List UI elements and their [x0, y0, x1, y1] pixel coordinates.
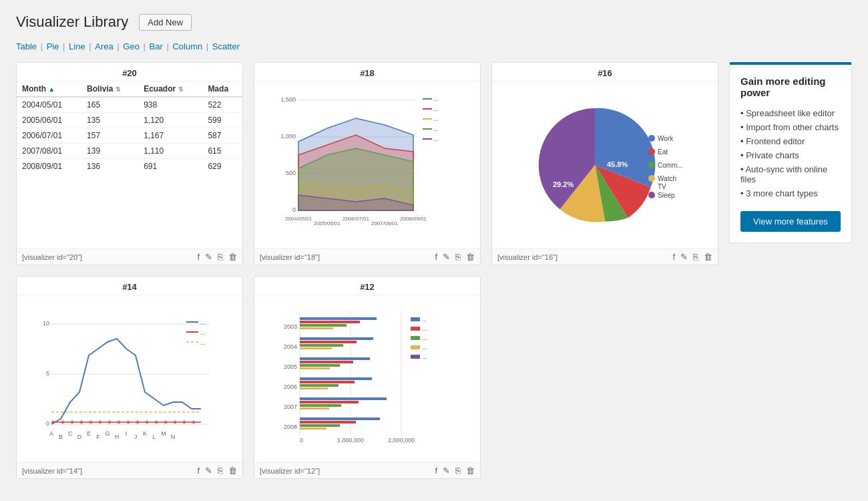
svg-text:...: ...	[433, 96, 439, 102]
svg-rect-122	[411, 327, 420, 331]
filter-nav-bar[interactable]: Bar	[150, 41, 163, 51]
promo-feature-item: 3 more chart types	[740, 186, 841, 200]
charts-grid: #20 Month ▲ Bolivia ⇅ Ecuador ⇅ Mada 200…	[16, 62, 852, 479]
chart-card-20: #20 Month ▲ Bolivia ⇅ Ecuador ⇅ Mada 200…	[16, 62, 243, 265]
chart-icon-edit-14[interactable]: ✎	[205, 466, 212, 476]
filter-nav-area[interactable]: Area	[95, 41, 113, 51]
svg-text:F: F	[96, 434, 100, 440]
view-more-button[interactable]: View more features	[740, 211, 841, 232]
svg-point-30	[648, 135, 655, 142]
chart-card-14: #14 10 5 0	[16, 276, 243, 479]
chart-icon-delete-18[interactable]: 🗑	[466, 252, 475, 262]
svg-rect-120	[411, 317, 420, 321]
svg-rect-124	[411, 336, 420, 340]
svg-rect-102	[300, 344, 343, 347]
svg-point-39	[648, 192, 655, 198]
promo-feature-item: Import from other charts	[740, 120, 841, 134]
filter-nav-column[interactable]: Column	[172, 41, 202, 51]
filter-nav-pie[interactable]: Pie	[47, 41, 59, 51]
svg-text:...: ...	[433, 126, 439, 132]
svg-marker-59	[164, 420, 168, 424]
chart-icon-copy-18[interactable]: ⎘	[455, 252, 461, 262]
col-month[interactable]: Month ▲	[17, 81, 81, 97]
filter-separator: |	[87, 41, 94, 51]
svg-text:500: 500	[286, 170, 296, 176]
svg-rect-18	[423, 98, 432, 100]
svg-text:1,000: 1,000	[280, 133, 296, 140]
chart-icon-copy-14[interactable]: ⎘	[218, 466, 223, 476]
svg-rect-115	[300, 407, 329, 409]
svg-text:E: E	[87, 430, 91, 437]
filter-nav-scatter[interactable]: Scatter	[212, 41, 240, 51]
svg-text:N: N	[171, 434, 176, 440]
svg-text:2004/05/01: 2004/05/01	[285, 216, 312, 222]
svg-text:2005: 2005	[284, 363, 297, 370]
filter-nav-geo[interactable]: Geo	[123, 41, 140, 51]
chart-icon-copy-20[interactable]: ⎘	[218, 252, 223, 262]
page-header: Visualizer Library Add New	[16, 13, 852, 31]
add-new-button[interactable]: Add New	[139, 14, 192, 31]
svg-rect-108	[300, 377, 372, 380]
table-row: 2005/06/011351,120599	[17, 113, 242, 128]
chart-footer-20: [visualizer id="20"] f ✎ ⎘ 🗑	[17, 248, 242, 265]
svg-marker-54	[117, 420, 121, 424]
svg-marker-55	[126, 420, 130, 424]
chart-shortcode-20: [visualizer id="20"]	[22, 253, 82, 261]
chart-icon-edit-12[interactable]: ✎	[443, 466, 450, 476]
chart-icon-copy-16[interactable]: ⎘	[693, 252, 698, 262]
promo-title: Gain more editing power	[740, 75, 841, 98]
svg-rect-96	[300, 317, 377, 320]
svg-text:Sleep: Sleep	[658, 192, 675, 199]
filter-nav-table[interactable]: Table	[16, 41, 37, 51]
svg-text:2007: 2007	[284, 403, 297, 410]
svg-rect-113	[300, 401, 359, 403]
svg-text:1,000,000: 1,000,000	[337, 437, 364, 444]
svg-rect-112	[300, 397, 387, 400]
filter-separator: |	[115, 41, 122, 51]
chart-body-14: 10 5 0	[17, 295, 242, 462]
svg-text:...: ...	[433, 116, 439, 122]
svg-text:G: G	[105, 430, 110, 437]
col-bolivia[interactable]: Bolivia ⇅	[81, 81, 138, 97]
filter-separator: |	[60, 41, 67, 51]
chart-footer-icons-20: f ✎ ⎘ 🗑	[197, 252, 237, 262]
svg-rect-104	[300, 357, 370, 360]
filter-nav: Table | Pie | Line | Area | Geo | Bar | …	[16, 41, 852, 51]
svg-rect-110	[300, 384, 339, 387]
svg-text:2003: 2003	[284, 323, 297, 330]
svg-rect-114	[300, 404, 341, 407]
col-mada[interactable]: Mada	[202, 81, 242, 97]
chart-icon-facebook-18[interactable]: f	[435, 252, 437, 262]
promo-feature-item: Frontend editor	[740, 134, 841, 148]
chart-title-18: #18	[254, 63, 480, 81]
svg-marker-60	[173, 420, 177, 424]
svg-text:...: ...	[422, 335, 427, 341]
svg-marker-49	[70, 420, 74, 424]
chart-icon-edit-18[interactable]: ✎	[443, 252, 450, 262]
svg-rect-106	[300, 364, 340, 367]
svg-text:C: C	[68, 430, 73, 437]
promo-feature-item: Spreadsheet like editor	[740, 106, 841, 120]
chart-icon-delete-14[interactable]: 🗑	[228, 466, 237, 476]
chart-icon-edit-20[interactable]: ✎	[205, 252, 212, 262]
chart-title-20: #20	[17, 63, 242, 81]
svg-rect-118	[300, 424, 340, 427]
chart-icon-facebook-14[interactable]: f	[197, 466, 200, 476]
chart-icon-delete-12[interactable]: 🗑	[466, 466, 475, 476]
svg-rect-24	[423, 128, 432, 130]
chart-icon-facebook-12[interactable]: f	[435, 466, 437, 476]
filter-nav-line[interactable]: Line	[69, 41, 85, 51]
chart-icon-copy-12[interactable]: ⎘	[455, 466, 461, 476]
chart-icon-edit-16[interactable]: ✎	[680, 252, 688, 262]
chart-icon-facebook-20[interactable]: f	[197, 252, 200, 262]
chart-icon-delete-20[interactable]: 🗑	[228, 252, 237, 262]
chart-icon-facebook-16[interactable]: f	[672, 252, 675, 262]
col-ecuador[interactable]: Ecuador ⇅	[138, 81, 202, 97]
chart-shortcode-12: [visualizer id="12"]	[260, 467, 320, 475]
chart-shortcode-18: [visualizer id="18"]	[260, 253, 320, 261]
chart-icon-delete-16[interactable]: 🗑	[704, 252, 712, 262]
pie-chart-svg: 45.8% 29.2% Work Eat Comm... Watch TV Sl…	[508, 88, 702, 242]
svg-marker-58	[154, 420, 158, 424]
svg-point-32	[648, 148, 655, 155]
chart-footer-icons-14: f ✎ ⎘ 🗑	[197, 466, 237, 476]
